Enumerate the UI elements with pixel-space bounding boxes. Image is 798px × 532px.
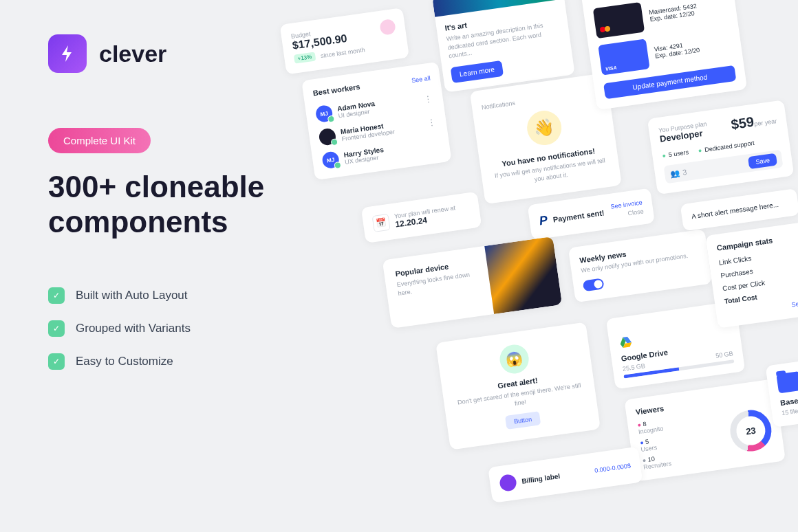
weekly-news-card: Weekly news We only notify you with our … [568,229,712,302]
avatar-icon: MJ [315,104,334,123]
plan-card: You Purpose planDeveloper $59per year ●5… [647,100,795,195]
ring-chart: 23 [728,408,775,454]
kit-badge: Complete UI Kit [48,128,151,153]
more-icon[interactable]: ⋮ [427,117,438,128]
drive-total: 50 GB [715,350,734,359]
budget-card[interactable]: Budget $17,500.90 +13% since last month [280,8,409,74]
billing-range: 0.000-0.000$ [594,462,632,474]
feature-item: ✓ Easy to Customize [48,353,323,370]
plan-period: per year [754,118,777,127]
feature-text: Easy to Customize [76,355,173,368]
close-link[interactable]: Close [612,208,644,219]
drive-icon [618,335,634,351]
renew-card: 📅 Your plan will renew at12.20.24 [361,192,482,243]
check-icon: ✓ [48,320,65,337]
see-all-link[interactable]: See all [411,75,431,85]
learn-more-button[interactable]: Learn more [451,60,504,83]
workers-title: Best workers [312,82,360,97]
avatar-icon: MJ [321,151,340,169]
notifications-label: Notifications [481,88,599,111]
popular-device-card[interactable]: Popular device Everything looks fine dow… [382,236,562,329]
avatar-icon [318,128,336,146]
campaign-card: Campaign stats Link Clicks Purchases Cos… [705,221,798,329]
feature-item: ✓ Grouped with Variants [48,320,323,337]
feature-text: Grouped with Variants [76,322,191,335]
calendar-icon: 📅 [372,214,391,232]
billing-label: Billing label [521,472,561,485]
billing-card: Billing label 0.000-0.000$ [488,447,643,503]
device-image [484,236,562,314]
plan-feature: Dedicated support [704,140,755,153]
check-icon: ✓ [48,353,65,370]
scream-emoji-icon: 😱 [498,343,530,375]
check-icon: ✓ [48,287,65,304]
alert-text: A short alert message here... [691,199,788,221]
workers-card: Best workers See all MJAdam NovaUI desig… [301,62,451,180]
save-button[interactable]: Save [748,153,777,169]
drive-used: 25.5 GB [622,362,645,372]
budget-change: +13% [294,52,316,64]
wave-emoji-icon: 👋 [525,109,563,147]
avatar-icon [499,474,517,492]
great-alert-card: 😱 Great alert! Don't get scared of the e… [435,322,601,450]
news-toggle[interactable] [583,278,605,291]
payment-methods-card: Payment methods Edit Mastercard: 5432Exp… [579,0,747,110]
feature-text: Built with Auto Layout [76,289,188,302]
credit-card-icon [593,2,645,38]
more-icon[interactable]: ⋮ [424,93,434,104]
viewers-card: Viewers ● 8Incognito ● 5Users ● 10Recrui… [624,379,786,481]
plan-price: $59 [730,114,755,132]
folder-icon [776,371,798,393]
brand-name: clever [99,41,166,67]
credit-card-icon: VISA [598,38,649,75]
users-icon: 👥 3 [669,167,687,178]
art-card[interactable]: It's art Write an amazing description in… [432,0,575,92]
payment-sent-card: P Payment sent! See invoice Close [528,188,655,241]
paypal-icon: P [539,213,549,228]
alert-button[interactable]: Button [505,411,541,430]
plan-feature: 5 users [668,148,689,158]
payment-sent-title: Payment sent! [552,208,605,223]
bolt-icon [48,34,87,73]
budget-period: since last month [320,46,365,59]
ring-value: 23 [735,414,767,447]
